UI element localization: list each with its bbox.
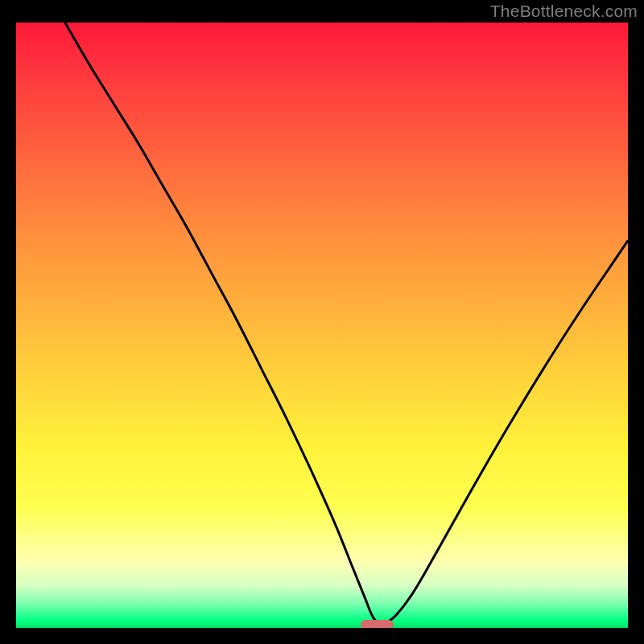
bottleneck-curve: [65, 23, 628, 623]
curve-svg: [16, 23, 628, 628]
optimum-marker: [361, 620, 394, 629]
watermark-label: TheBottleneck.com: [490, 2, 638, 21]
chart-frame: TheBottleneck.com: [0, 0, 644, 644]
plot-area: [16, 23, 628, 628]
